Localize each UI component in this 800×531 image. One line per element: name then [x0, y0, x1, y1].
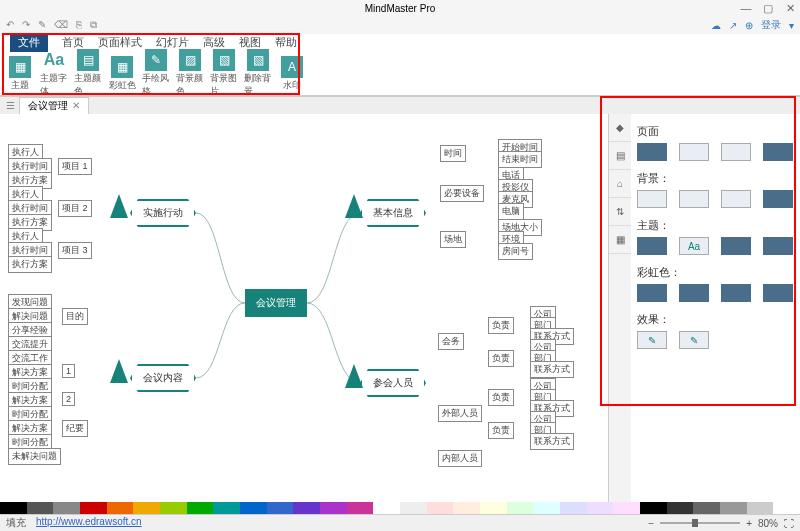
qat-button[interactable]: ⌫: [54, 19, 68, 31]
center-node[interactable]: 会议管理: [245, 289, 307, 317]
qat-button[interactable]: ✎: [38, 19, 46, 31]
palette-swatch[interactable]: [693, 502, 720, 514]
ribbon-button[interactable]: ▧删除背景: [244, 49, 272, 98]
palette-swatch[interactable]: [640, 502, 667, 514]
zoom-in-button[interactable]: +: [746, 518, 752, 529]
palette-swatch[interactable]: [133, 502, 160, 514]
leaf-node[interactable]: 目的: [62, 308, 88, 325]
ribbon-button[interactable]: ▤主题颜色: [74, 49, 102, 98]
mindmap-canvas[interactable]: 会议管理实施行动会议内容基本信息参会人员执行人执行时间项目 1执行方案执行人执行…: [0, 114, 608, 504]
login-link[interactable]: 登录: [761, 18, 781, 32]
leaf-node[interactable]: 1: [62, 364, 75, 378]
side-tab-format-icon[interactable]: ◆: [609, 114, 631, 142]
ribbon-button[interactable]: ▨背景颜色: [176, 49, 204, 98]
leaf-node[interactable]: 联系方式: [530, 361, 574, 378]
palette-swatch[interactable]: [80, 502, 107, 514]
ribbon-button[interactable]: A水印: [278, 56, 306, 92]
qat-button[interactable]: ⧉: [90, 19, 97, 31]
ribbon-button[interactable]: ✎手绘风格: [142, 49, 170, 98]
palette-swatch[interactable]: [213, 502, 240, 514]
palette-swatch[interactable]: [187, 502, 214, 514]
palette-swatch[interactable]: [160, 502, 187, 514]
zoom-out-button[interactable]: −: [648, 518, 654, 529]
branch-node[interactable]: 基本信息: [360, 199, 426, 227]
palette-swatch[interactable]: [0, 502, 27, 514]
leaf-node[interactable]: 内部人员: [438, 450, 482, 467]
minimize-button[interactable]: —: [740, 2, 752, 15]
zoom-slider[interactable]: [660, 522, 740, 524]
leaf-node[interactable]: 电脑: [498, 203, 524, 220]
login-icon[interactable]: ⊕: [745, 20, 753, 31]
ribbon-tab[interactable]: 高级: [203, 36, 225, 50]
side-tab-transfer-icon[interactable]: ⇅: [609, 198, 631, 226]
palette-swatch[interactable]: [453, 502, 480, 514]
leaf-node[interactable]: 2: [62, 392, 75, 406]
leaf-node[interactable]: 项目 2: [58, 200, 92, 217]
palette-swatch[interactable]: [560, 502, 587, 514]
side-tab-home-icon[interactable]: ⌂: [609, 170, 631, 198]
palette-swatch[interactable]: [720, 502, 747, 514]
share-icon[interactable]: ↗: [729, 20, 737, 31]
palette-swatch[interactable]: [587, 502, 614, 514]
color-palette[interactable]: [0, 502, 800, 514]
palette-swatch[interactable]: [667, 502, 694, 514]
leaf-node[interactable]: 执行方案: [8, 256, 52, 273]
palette-swatch[interactable]: [293, 502, 320, 514]
palette-swatch[interactable]: [53, 502, 80, 514]
palette-swatch[interactable]: [427, 502, 454, 514]
branch-node[interactable]: 会议内容: [130, 364, 196, 392]
leaf-node[interactable]: 项目 3: [58, 242, 92, 259]
cloud-icon[interactable]: ☁: [711, 20, 721, 31]
leaf-node[interactable]: 负责: [488, 317, 514, 334]
ribbon-tab[interactable]: 页面样式: [98, 36, 142, 50]
close-button[interactable]: ✕: [784, 2, 796, 15]
palette-swatch[interactable]: [240, 502, 267, 514]
ribbon-button[interactable]: ▧背景图片: [210, 49, 238, 98]
side-tab-layout-icon[interactable]: ▤: [609, 142, 631, 170]
leaf-node[interactable]: 场地: [440, 231, 466, 248]
qat-button[interactable]: ↶: [6, 19, 14, 31]
fit-button[interactable]: ⛶: [784, 518, 794, 529]
side-tab-cal-icon[interactable]: ▦: [609, 226, 631, 254]
ribbon-button[interactable]: ▦彩虹色: [108, 56, 136, 92]
ribbon-button[interactable]: ▦主题: [6, 56, 34, 92]
leaf-node[interactable]: 负责: [488, 422, 514, 439]
branch-node[interactable]: 参会人员: [360, 369, 426, 397]
palette-swatch[interactable]: [533, 502, 560, 514]
ribbon-tab[interactable]: 首页: [62, 36, 84, 50]
leaf-node[interactable]: 纪要: [62, 420, 88, 437]
qat-button[interactable]: ↷: [22, 19, 30, 31]
branch-node[interactable]: 实施行动: [130, 199, 196, 227]
leaf-node[interactable]: 负责: [488, 350, 514, 367]
leaf-node[interactable]: 时间: [440, 145, 466, 162]
leaf-node[interactable]: 结束时间: [498, 151, 542, 168]
leaf-node[interactable]: 外部人员: [438, 405, 482, 422]
leaf-node[interactable]: 会务: [438, 333, 464, 350]
ribbon-tab[interactable]: 视图: [239, 36, 261, 50]
palette-swatch[interactable]: [773, 502, 800, 514]
ribbon-button[interactable]: Aa主题字体: [40, 49, 68, 98]
palette-swatch[interactable]: [480, 502, 507, 514]
palette-swatch[interactable]: [613, 502, 640, 514]
qat-button[interactable]: ⎘: [76, 19, 82, 31]
leaf-node[interactable]: 联系方式: [530, 433, 574, 450]
status-url[interactable]: http://www.edrawsoft.cn: [36, 516, 142, 530]
palette-swatch[interactable]: [107, 502, 134, 514]
tab-list-icon[interactable]: ☰: [6, 100, 15, 111]
dropdown-icon[interactable]: ▾: [789, 20, 794, 31]
leaf-node[interactable]: 项目 1: [58, 158, 92, 175]
ribbon-tab[interactable]: 帮助: [275, 36, 297, 50]
leaf-node[interactable]: 负责: [488, 389, 514, 406]
palette-swatch[interactable]: [320, 502, 347, 514]
leaf-node[interactable]: 必要设备: [440, 185, 484, 202]
palette-swatch[interactable]: [347, 502, 374, 514]
leaf-node[interactable]: 未解决问题: [8, 448, 61, 465]
palette-swatch[interactable]: [373, 502, 400, 514]
document-tab[interactable]: 会议管理 ✕: [19, 97, 89, 115]
palette-swatch[interactable]: [747, 502, 774, 514]
leaf-node[interactable]: 房间号: [498, 243, 533, 260]
document-tab-close-icon[interactable]: ✕: [72, 100, 80, 111]
maximize-button[interactable]: ▢: [762, 2, 774, 15]
palette-swatch[interactable]: [267, 502, 294, 514]
ribbon-tab[interactable]: 幻灯片: [156, 36, 189, 50]
